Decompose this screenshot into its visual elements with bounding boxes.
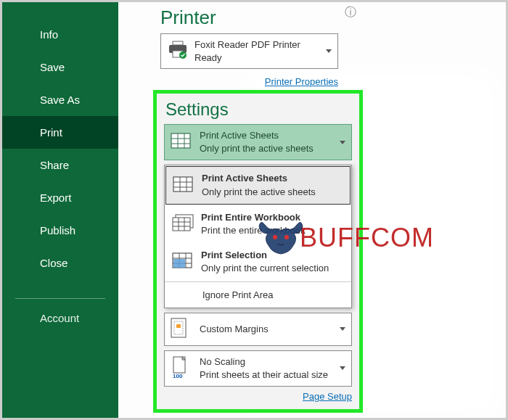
scaling-desc: Print sheets at their actual size: [200, 369, 328, 380]
dropdown-option-selection[interactable]: Print Selection Only print the current s…: [165, 243, 351, 281]
scaling-title: No Scaling: [200, 355, 340, 368]
sheets-icon: [171, 133, 192, 152]
opt-title: Print Active Sheets: [202, 172, 343, 185]
printer-name: Foxit Reader PDF Printer: [194, 39, 300, 50]
chevron-down-icon: [340, 141, 345, 144]
printer-properties-link[interactable]: Printer Properties: [153, 76, 338, 87]
svg-text:100: 100: [173, 373, 183, 378]
sheets-icon: [173, 176, 194, 195]
print-what-dropdown: Print Active Sheets Only print the activ…: [164, 165, 352, 308]
selection-icon: [172, 252, 194, 271]
opt-title: Print Entire Workbook: [201, 211, 344, 224]
sidebar-item-share[interactable]: Share: [2, 149, 118, 181]
opt-desc: Only print the current selection: [201, 263, 329, 273]
chevron-down-icon: [340, 366, 345, 370]
dropdown-option-ignore-print-area[interactable]: Ignore Print Area: [165, 282, 351, 308]
opt-desc: Print the entire workbook: [201, 225, 306, 236]
printer-status: Ready: [194, 52, 222, 63]
svg-rect-4: [171, 133, 190, 148]
print-what-title: Print Active Sheets: [200, 129, 335, 142]
sidebar-item-save[interactable]: Save: [2, 51, 118, 83]
settings-heading: Settings: [165, 99, 352, 120]
svg-rect-25: [173, 259, 185, 268]
sidebar-item-close[interactable]: Close: [2, 247, 118, 279]
settings-panel-highlighted: Settings Print Active Sheets Only print …: [153, 90, 363, 413]
page-setup-link[interactable]: Page Setup: [164, 391, 352, 402]
opt-title: Print Selection: [201, 249, 344, 262]
sidebar-item-export[interactable]: Export: [2, 181, 118, 214]
margins-label: Custom Margins: [200, 323, 340, 336]
sidebar-item-account[interactable]: Account: [2, 299, 118, 324]
print-what-desc: Only print the active sheets: [200, 143, 314, 154]
svg-rect-9: [173, 177, 192, 192]
sidebar-item-info[interactable]: Info: [2, 18, 118, 51]
svg-rect-0: [173, 41, 183, 45]
printer-icon: [167, 41, 189, 62]
svg-rect-28: [176, 324, 181, 328]
dropdown-option-entire-workbook[interactable]: Print Entire Workbook Print the entire w…: [165, 205, 351, 243]
chevron-down-icon: [340, 327, 345, 331]
dropdown-option-active-sheets[interactable]: Print Active Sheets Only print the activ…: [165, 166, 351, 204]
margins-icon: [171, 318, 192, 341]
margins-selector[interactable]: Custom Margins: [164, 313, 352, 346]
print-what-selector[interactable]: Print Active Sheets Only print the activ…: [164, 124, 352, 160]
printer-selector[interactable]: Foxit Reader PDF Printer Ready: [160, 33, 338, 69]
workbook-icon: [172, 214, 194, 234]
scaling-icon: 100: [171, 356, 192, 381]
opt-desc: Only print the active sheets: [202, 186, 316, 197]
svg-rect-15: [173, 218, 190, 231]
sidebar: Info Save Save As Print Share Export Pub…: [2, 2, 118, 418]
scaling-selector[interactable]: 100 No Scaling Print sheets at their act…: [164, 350, 352, 387]
printer-heading: Printer: [160, 7, 506, 29]
sidebar-item-save-as[interactable]: Save As: [2, 83, 118, 116]
sidebar-item-print[interactable]: Print: [2, 116, 118, 149]
chevron-down-icon: [326, 49, 332, 53]
sidebar-item-publish[interactable]: Publish: [2, 214, 118, 247]
